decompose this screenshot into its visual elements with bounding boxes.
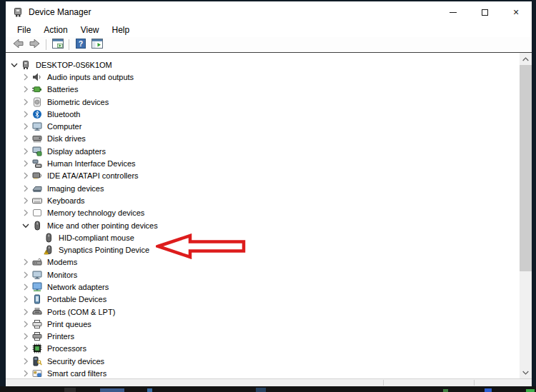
chevron-right-icon[interactable]: [20, 121, 31, 131]
window-controls: ×: [437, 1, 532, 23]
tree-item[interactable]: Portable Devices: [6, 293, 520, 306]
chevron-right-icon[interactable]: [20, 146, 31, 156]
tree-item[interactable]: IDE ATA/ATAPI controllers: [6, 170, 520, 182]
help-button[interactable]: ?: [72, 38, 89, 52]
chevron-right-icon[interactable]: [20, 282, 31, 292]
chevron-right-icon[interactable]: [20, 270, 31, 280]
tree-item[interactable]: Human Interface Devices: [6, 157, 520, 169]
taskbar-icon-fragment: [147, 388, 152, 392]
tree-item-label: Human Interface Devices: [46, 159, 137, 168]
menu-action[interactable]: Action: [37, 24, 74, 36]
tree-item-label: Batteries: [46, 85, 79, 94]
security-icon: [31, 356, 42, 366]
scrollbar-thumb[interactable]: [520, 65, 532, 271]
tree-item[interactable]: Display adapters: [6, 145, 520, 157]
tree-item[interactable]: Print queues: [6, 318, 520, 330]
chevron-right-icon[interactable]: [20, 343, 31, 353]
tree-item[interactable]: Keyboards: [6, 194, 520, 206]
tree-item[interactable]: Smart card filters: [6, 367, 520, 378]
processor-icon: [31, 343, 42, 353]
chevron-right-icon[interactable]: [20, 307, 31, 317]
menu-view[interactable]: View: [74, 24, 106, 36]
tree-item-label: Bluetooth: [46, 110, 81, 119]
chevron-down-icon[interactable]: [9, 60, 20, 70]
chevron-right-icon[interactable]: [20, 109, 31, 119]
chevron-right-icon[interactable]: [20, 294, 31, 304]
forward-button[interactable]: [26, 38, 43, 52]
tree-item[interactable]: Audio inputs and outputs: [6, 71, 520, 83]
tree-item[interactable]: Modems: [6, 256, 520, 268]
menu-help[interactable]: Help: [106, 24, 137, 36]
tree-item[interactable]: DESKTOP-0S6K1OM: [6, 59, 520, 71]
minimize-button[interactable]: [437, 1, 469, 23]
chevron-right-icon[interactable]: [20, 208, 31, 218]
tree-item-label: Processors: [46, 344, 88, 353]
tree-item-label: DESKTOP-0S6K1OM: [34, 61, 114, 69]
chevron-right-icon[interactable]: [20, 257, 31, 267]
tree-item[interactable]: Security devices: [6, 355, 520, 367]
tree-item[interactable]: Ports (COM & LPT): [6, 306, 520, 318]
close-button[interactable]: ×: [500, 1, 532, 23]
tree-item-label: Smart card filters: [46, 369, 108, 378]
chevron-right-icon[interactable]: [20, 184, 31, 194]
red-arrow-annotation: [156, 233, 247, 259]
desktop-background: Device Manager × FileActionViewHelp ? DE…: [0, 0, 536, 392]
tree-item-label: Computer: [46, 122, 83, 131]
minimize-icon: [450, 12, 457, 13]
title-bar: Device Manager ×: [6, 1, 532, 23]
tree-item[interactable]: HID-compliant mouse: [6, 231, 520, 243]
tree-item[interactable]: Disk drives: [6, 133, 520, 145]
tree-item-label: Imaging devices: [46, 184, 106, 193]
chevron-right-icon[interactable]: [20, 84, 31, 94]
tree-item-label: Network adapters: [46, 283, 110, 291]
scroll-down-button[interactable]: [520, 366, 532, 378]
scroll-up-button[interactable]: [520, 53, 532, 65]
modem-icon: [31, 257, 42, 267]
chevron-right-icon[interactable]: [20, 159, 31, 169]
chevron-right-icon[interactable]: [20, 171, 31, 181]
tree-item-label: Synaptics Pointing Device: [57, 246, 151, 254]
chevron-right-icon[interactable]: [20, 356, 31, 366]
tree-panel: DESKTOP-0S6K1OMAudio inputs and outputsB…: [6, 53, 532, 378]
hid-icon: [31, 159, 42, 169]
tree-item[interactable]: Memory technology devices: [6, 207, 520, 219]
tree-item-label: Monitors: [46, 271, 79, 279]
tree-item[interactable]: Biometric devices: [6, 96, 520, 108]
tree-item[interactable]: Printers: [6, 331, 520, 343]
network-icon: [31, 282, 42, 292]
tree-item[interactable]: Mice and other pointing devices: [6, 219, 520, 231]
chevron-down-icon[interactable]: [20, 221, 31, 231]
smartcard-icon: [31, 368, 42, 378]
tree-item-label: Biometric devices: [46, 98, 110, 106]
tree-item[interactable]: Computer: [6, 120, 520, 132]
tree-item[interactable]: Bluetooth: [6, 108, 520, 120]
tree-item[interactable]: Monitors: [6, 268, 520, 281]
maximize-button[interactable]: [469, 1, 500, 23]
bluetooth-icon: [31, 109, 42, 119]
battery-icon: [31, 84, 42, 94]
tree-item[interactable]: Imaging devices: [6, 182, 520, 194]
action-pane-button[interactable]: [89, 38, 105, 52]
menu-file[interactable]: File: [11, 24, 37, 36]
vertical-scrollbar[interactable]: [520, 53, 532, 378]
tree-item[interactable]: Batteries: [6, 84, 520, 96]
taskbar-icon-fragment: [256, 388, 266, 392]
chevron-right-icon[interactable]: [20, 331, 31, 341]
console-tree-button[interactable]: [49, 38, 66, 52]
tree-item[interactable]: Processors: [6, 343, 520, 355]
mouse-warning-icon: [43, 245, 54, 255]
audio-icon: [31, 72, 42, 82]
tree-item[interactable]: Synaptics Pointing Device: [6, 243, 520, 256]
tree-item[interactable]: Network adapters: [6, 281, 520, 293]
chevron-right-icon[interactable]: [20, 134, 31, 144]
toolbar-separator: [46, 39, 46, 50]
tree-item-label: Disk drives: [46, 134, 87, 143]
chevron-right-icon[interactable]: [20, 368, 31, 378]
device-manager-window: Device Manager × FileActionViewHelp ? DE…: [6, 1, 532, 386]
chevron-right-icon[interactable]: [20, 196, 31, 206]
chevron-right-icon[interactable]: [20, 97, 31, 107]
chevron-right-icon[interactable]: [20, 72, 31, 82]
chevron-right-icon[interactable]: [20, 319, 31, 329]
back-button[interactable]: [10, 38, 26, 52]
status-bar: [6, 378, 532, 386]
